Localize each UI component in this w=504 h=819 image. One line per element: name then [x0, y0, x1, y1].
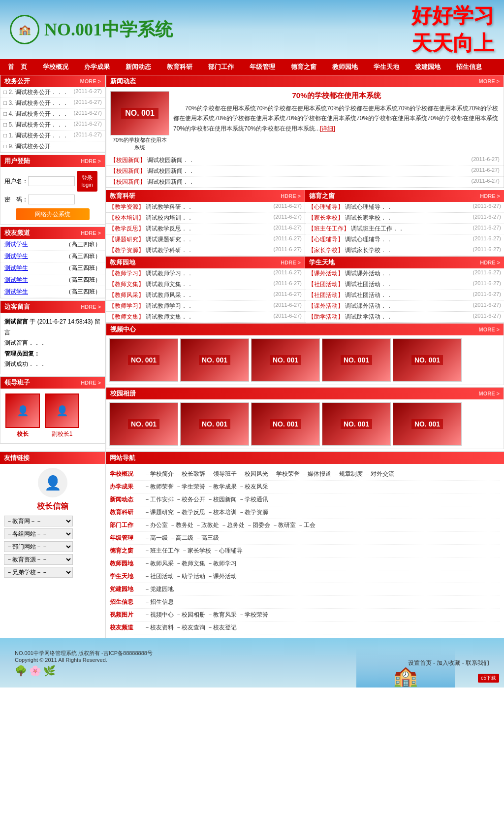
header-slogan: 好好学习 天天向上 — [411, 2, 494, 57]
photo-thumb-4[interactable]: NO. 001 — [322, 402, 391, 446]
student-world-more[interactable]: HDRE > — [480, 260, 500, 265]
photo-thumb-3[interactable]: NO. 001 — [251, 402, 320, 446]
student-item-3: 【社团活动】 调试社团活动．． (2011-6-27) — [305, 290, 504, 301]
sitemap-row-student: 学生天地 －社团活动 －助学活动 －课外活动 — [110, 570, 500, 583]
xiao-wu-item-2: □ 3. 调试校务公开．．． (2011-6-27) — [0, 98, 105, 109]
org-site-select[interactable]: －各组网站－－ — [4, 528, 73, 539]
nav-grade-mgmt[interactable]: 年级管理 — [242, 59, 283, 75]
news-featured-img-wrap: NO. 001 70%的学校都在使用本系统 — [110, 91, 169, 151]
footer-contact-us[interactable]: 联系我们 — [466, 659, 489, 666]
xiao-wu-section: 校务公开 MORE > □ 2. 调试校务公开．．． (2011-6-27) □… — [0, 75, 105, 153]
xiao-wu-title: 校务公开 — [4, 77, 30, 86]
video-thumb-1[interactable]: NO. 001 — [109, 338, 178, 382]
footer-building-image: 🏫 — [356, 648, 455, 688]
edu-research-more[interactable]: HDRE > — [281, 193, 301, 199]
oa-button[interactable]: 网络办公系统 — [16, 208, 90, 220]
message-section: 边客留言 HDRE > 测试留言 于 (2011-6-27 14:58:43) … — [0, 300, 105, 374]
footer-set-home[interactable]: 设置首页 — [408, 659, 432, 666]
moral-edu-more[interactable]: HDRE > — [480, 193, 500, 199]
teacher-garden-more[interactable]: HDRE > — [281, 260, 301, 265]
video-title: 视频中心 — [110, 325, 136, 334]
password-input[interactable] — [28, 195, 75, 204]
nav-edu-research[interactable]: 教育科研 — [159, 59, 200, 75]
login-more[interactable]: HDRE > — [81, 158, 101, 164]
sister-school-select[interactable]: －兄弟学校－－ — [4, 567, 73, 578]
news-img-caption: 70%的学校都在使用本系统 — [110, 136, 169, 151]
leader-more[interactable]: HDRE > — [81, 380, 101, 386]
friend-channel-section: 校友频道 HDRE > 测试学生 （高三四班） 测试学生 （高三四班） 测试学生… — [0, 227, 105, 298]
edu-research-section: 教育科研 HDRE > 【教学资源】 调试教学科研．． (2011-6-27) … — [106, 190, 305, 257]
video-more[interactable]: MORE > — [479, 327, 500, 332]
slogan-line2: 天天向上 — [411, 30, 494, 57]
login-button[interactable]: 登录login — [77, 171, 97, 192]
friend-item-2: 测试学生 （高三四班） — [0, 251, 105, 262]
teacher-item-4: 【教师学习】 调试教师学习．． (2011-6-27) — [106, 301, 305, 312]
footer-decoration: 🌳 🌸 🌿 — [15, 665, 153, 677]
leader-section: 领导班子 HDRE > 👤 校长 👤 副校长1 — [0, 376, 105, 444]
message-title: 边客留言 — [4, 302, 30, 311]
friend-links-header: 友情链接 — [0, 452, 105, 464]
edu-resource-select[interactable]: －教育资源－－ — [4, 554, 73, 565]
nav-home[interactable]: 首 页 — [0, 59, 35, 75]
nav-student-world[interactable]: 学生天地 — [366, 59, 407, 75]
edu-r-item-3: 【教学反思】 调试教学反思．． (2011-6-27) — [106, 224, 305, 234]
news-featured-text: 70%的学校都在使用本系统70%的学校都在使用本系统70%的学校都在使用本系统7… — [173, 103, 500, 133]
leader-principal: 👤 校长 — [5, 393, 40, 438]
principal-avatar: 👤 — [5, 393, 40, 428]
message-more[interactable]: HDRE > — [81, 304, 101, 310]
student-item-1: 【课外活动】 调试课外活动．． (2011-6-27) — [305, 268, 504, 279]
news-more[interactable]: MORE > — [479, 78, 500, 84]
slogan-line1: 好好学习 — [411, 2, 494, 30]
dept-site-select[interactable]: －部门网站－－ — [4, 541, 73, 552]
footer-text: NO.001中学网络管理系统 版权所有 -吉ICP备88888888号 Copy… — [15, 650, 153, 677]
nav-achievements[interactable]: 办学成果 — [76, 59, 118, 75]
news-featured-image: NO. 001 — [110, 91, 169, 135]
nav-news[interactable]: 新闻动态 — [118, 59, 159, 75]
edu-r-item-5: 【教学资源】 调试教学科研．． (2011-6-27) — [106, 245, 305, 256]
teacher-item-2: 【教师文集】 调试教师文集．． (2011-6-27) — [106, 279, 305, 290]
sitemap-row-teacher: 教师园地 －教师风采 －教师文集 －教师学习 — [110, 557, 500, 570]
xiao-wu-item-6: □ 9. 调试校务公开 — [0, 141, 105, 152]
photo-more[interactable]: MORE > — [479, 391, 500, 396]
video-thumb-4[interactable]: NO. 001 — [322, 338, 391, 382]
nav-dept-work[interactable]: 部门工作 — [200, 59, 242, 75]
nav-party-build[interactable]: 党建园地 — [407, 59, 448, 75]
nav-teacher-garden[interactable]: 教师园地 — [324, 59, 366, 75]
video-thumb-3[interactable]: NO. 001 — [251, 338, 320, 382]
edu-net-select[interactable]: －教育网－－ — [4, 516, 73, 526]
teacher-garden-header: 教师园地 HDRE > — [106, 257, 305, 268]
edu-research-title: 教育科研 — [110, 192, 135, 200]
bottom-section: 友情链接 👤 校长信箱 －教育网－－ －各组网站－－ －部门网站－－ －教育资源… — [0, 452, 504, 638]
friend-links-section: 友情链接 👤 校长信箱 －教育网－－ －各组网站－－ －部门网站－－ －教育资源… — [0, 452, 106, 638]
nav-school-overview[interactable]: 学校概况 — [35, 59, 76, 75]
photo-header: 校园相册 MORE > — [106, 388, 504, 399]
friend-channel-more[interactable]: HDRE > — [81, 230, 101, 236]
principal-mailbox-label: 校长信箱 — [37, 502, 68, 510]
xiao-wu-more[interactable]: MORE > — [80, 78, 101, 84]
header-title: NO.001中学系统 — [44, 18, 173, 42]
photo-title: 校园相册 — [110, 389, 136, 398]
nav-enrollment[interactable]: 招生信息 — [448, 59, 490, 75]
xiao-wu-item-1: □ 2. 调试校务公开．．． (2011-6-27) — [0, 87, 105, 98]
moral-item-3: 【班主任工作】 调试班主任工作．． (2011-6-27) — [305, 224, 504, 234]
news-section: 新闻动态 MORE > NO. 001 70%的学校都在使用本系统 70%的学校… — [106, 75, 504, 188]
login-title: 用户登陆 — [4, 157, 30, 165]
teacher-garden-section: 教师园地 HDRE > 【教师学习】 调试教师学习．． (2011-6-27) … — [106, 257, 305, 323]
photo-thumb-2[interactable]: NO. 001 — [180, 402, 249, 446]
photo-thumb-5[interactable]: NO. 001 — [393, 402, 462, 446]
nav-moral-edu[interactable]: 德育之窗 — [283, 59, 324, 75]
photo-section: 校园相册 MORE > NO. 001 NO. 001 NO. 001 NO. … — [106, 387, 504, 449]
footer-add-bookmark[interactable]: 加入收藏 — [437, 659, 460, 666]
video-thumb-2[interactable]: NO. 001 — [180, 338, 249, 382]
friend-channel-header: 校友频道 HDRE > — [0, 227, 105, 239]
header: 🏫 NO.001中学系统 好好学习 天天向上 — [0, 0, 504, 59]
photo-thumb-1[interactable]: NO. 001 — [109, 402, 178, 446]
vice-principal-avatar: 👤 — [45, 393, 79, 428]
video-thumb-5[interactable]: NO. 001 — [393, 338, 462, 382]
sitemap-row-grade: 年级管理 －高一级 －高二级 －高三级 — [110, 532, 500, 545]
username-input[interactable] — [28, 176, 75, 186]
leader-header: 领导班子 HDRE > — [0, 377, 105, 389]
xiao-wu-item-4: □ 5. 调试校务公开．．． (2011-6-27) — [0, 120, 105, 131]
friend-channel-title: 校友频道 — [4, 229, 30, 237]
moral-edu-header: 德育之窗 HDRE > — [305, 190, 504, 202]
